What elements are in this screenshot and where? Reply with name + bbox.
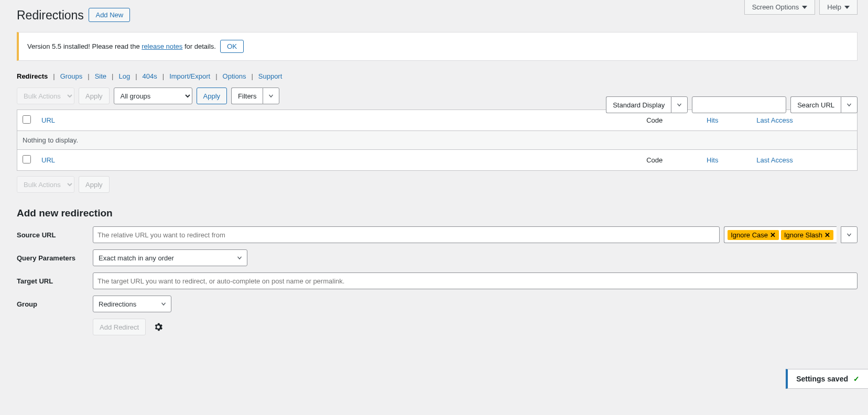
query-params-select[interactable]: Exact match in any order — [93, 249, 247, 266]
col-hits[interactable]: Hits — [707, 156, 718, 164]
screen-options-label: Screen Options — [752, 3, 799, 11]
close-icon[interactable]: ✕ — [770, 231, 776, 239]
tab-groups[interactable]: Groups — [60, 72, 83, 80]
group-filter-select[interactable]: All groups — [114, 88, 192, 104]
tab-support[interactable]: Support — [258, 72, 283, 80]
triangle-down-icon — [844, 6, 850, 9]
chevron-down-icon[interactable] — [841, 96, 858, 113]
notice-ok-button[interactable]: OK — [220, 40, 244, 53]
tab-options[interactable]: Options — [223, 72, 246, 80]
gear-icon[interactable] — [153, 322, 164, 332]
add-new-button[interactable]: Add New — [89, 8, 130, 22]
col-hits[interactable]: Hits — [707, 116, 718, 124]
sub-navigation: Redirects | Groups | Site | Log | 404s |… — [17, 72, 858, 80]
chip-ignore-case[interactable]: Ignore Case ✕ — [728, 230, 779, 240]
add-redirection-heading: Add new redirection — [17, 208, 858, 219]
source-url-input[interactable] — [93, 226, 720, 243]
close-icon[interactable]: ✕ — [824, 231, 830, 239]
search-url-label: Search URL — [790, 96, 841, 113]
settings-saved-toast: Settings saved ✓ — [786, 369, 868, 389]
add-redirect-button[interactable]: Add Redirect — [93, 319, 146, 335]
col-last-access[interactable]: Last Access — [756, 156, 793, 164]
source-flags: Ignore Case ✕ Ignore Slash ✕ — [724, 226, 837, 243]
release-notes-link[interactable]: release notes — [142, 42, 182, 50]
tab-404s[interactable]: 404s — [143, 72, 157, 80]
apply-group-button[interactable]: Apply — [197, 88, 227, 104]
triangle-down-icon — [802, 6, 807, 9]
target-url-input[interactable] — [93, 272, 858, 289]
group-label: Group — [17, 300, 93, 308]
bulk-actions-select-top[interactable]: Bulk Actions — [17, 88, 74, 104]
empty-message: Nothing to display. — [17, 131, 858, 150]
source-flags-dropdown[interactable] — [841, 226, 858, 243]
help-button[interactable]: Help — [819, 0, 858, 15]
search-input[interactable] — [692, 96, 786, 113]
check-icon: ✓ — [853, 375, 860, 383]
tab-import-export[interactable]: Import/Export — [169, 72, 210, 80]
bulk-actions-select-bottom[interactable]: Bulk Actions — [17, 176, 74, 193]
tab-redirects[interactable]: Redirects — [17, 72, 48, 80]
display-mode-value: Standard Display — [606, 96, 671, 113]
toast-text: Settings saved — [796, 375, 848, 383]
query-params-label: Query Parameters — [17, 254, 93, 262]
select-all-checkbox-bottom[interactable] — [23, 155, 31, 163]
target-url-label: Target URL — [17, 277, 93, 285]
source-url-label: Source URL — [17, 231, 93, 239]
update-notice: Version 5.5 installed! Please read the r… — [17, 32, 858, 61]
chevron-down-icon[interactable] — [671, 96, 688, 113]
apply-bulk-top-button[interactable]: Apply — [79, 88, 110, 104]
notice-text: Version 5.5 installed! Please read the r… — [27, 42, 216, 50]
redirects-table: URL Code Hits Last Access Nothing to dis… — [17, 110, 858, 171]
group-select[interactable]: Redirections — [93, 296, 171, 312]
chip-ignore-slash[interactable]: Ignore Slash ✕ — [781, 230, 833, 240]
col-url[interactable]: URL — [41, 156, 55, 164]
screen-options-button[interactable]: Screen Options — [744, 0, 816, 15]
filters-label: Filters — [231, 88, 263, 104]
col-code: Code — [641, 150, 701, 171]
col-last-access[interactable]: Last Access — [756, 116, 793, 124]
empty-row: Nothing to display. — [17, 131, 858, 150]
apply-bulk-bottom-button[interactable]: Apply — [79, 176, 110, 193]
page-title: Redirections — [17, 8, 84, 23]
filters-button[interactable]: Filters — [231, 88, 279, 104]
search-url-button[interactable]: Search URL — [790, 96, 858, 113]
tab-site[interactable]: Site — [95, 72, 106, 80]
select-all-checkbox[interactable] — [23, 115, 31, 124]
help-label: Help — [827, 3, 841, 11]
col-url[interactable]: URL — [41, 116, 55, 124]
tab-log[interactable]: Log — [118, 72, 130, 80]
chevron-down-icon[interactable] — [263, 88, 279, 104]
display-mode-select[interactable]: Standard Display — [606, 96, 688, 113]
